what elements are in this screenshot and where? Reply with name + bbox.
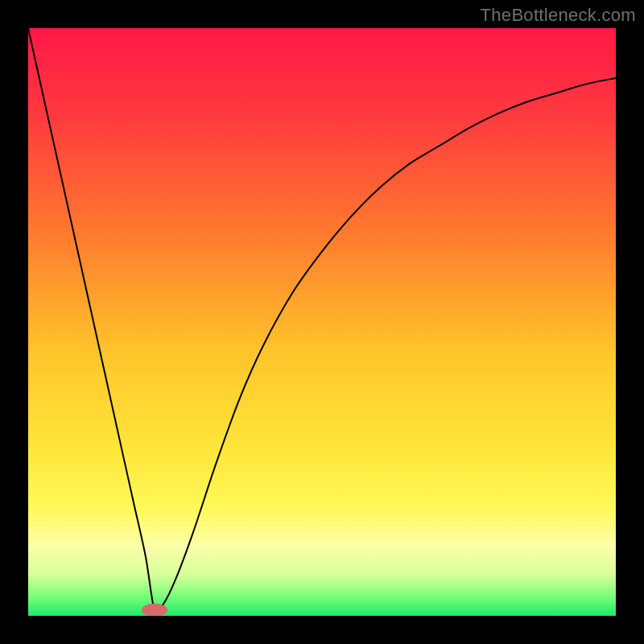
gradient-background [28,28,616,616]
watermark-text: TheBottleneck.com [481,5,636,26]
plot-svg [28,28,616,616]
optimal-marker [142,604,167,616]
chart-frame: TheBottleneck.com [0,0,644,644]
plot-area [28,28,616,616]
